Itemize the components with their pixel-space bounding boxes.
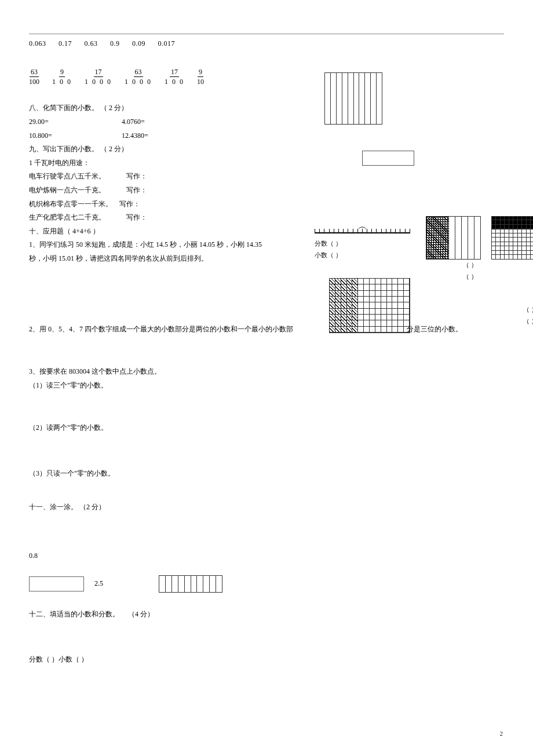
q10-p3-1: （1）读三个"零"的小数。 — [29, 379, 504, 392]
empty-box-2 — [29, 576, 84, 591]
fraction: 63100 — [29, 68, 39, 86]
q8-cell: 29.00= — [29, 116, 122, 129]
column-grid-10 — [159, 575, 222, 593]
document-content: 0.063 0.17 0.63 0.9 0.09 0.017 63100 91 … — [29, 38, 504, 666]
q9-title: 九、写出下面的小数。 — [29, 145, 98, 153]
q8-row: 29.00= 4.0760= — [29, 116, 504, 129]
q12-labels: 分数（ ）小数（ ） — [29, 653, 504, 666]
q12-title-line: 十二、填适当的小数和分数。 （4 分） — [29, 608, 504, 621]
q10-p3-3: （3）只读一个"零"的小数。 — [29, 468, 504, 480]
page-number: 2 — [500, 728, 503, 740]
grid-figure-1 — [324, 72, 382, 125]
decimal-value: 0.63 — [85, 39, 98, 48]
q11-v2: 2.5 — [94, 579, 103, 587]
q8-cell: 10.800= — [29, 130, 122, 143]
q10-p2: 2、用 0、5、4、7 四个数字组成一个最大的小数部分是两位的小数和一个最小的小… — [29, 323, 504, 336]
q9-title-line: 九、写出下面的小数。 （ 2 分） — [29, 143, 504, 156]
fraction: 91 0 0 — [52, 68, 72, 86]
paren-label: （ ） — [426, 260, 481, 271]
paren-label: （ ） — [491, 316, 533, 327]
decimal-value: 0.17 — [59, 39, 72, 48]
q10-p3-head: 3、按要求在 803004 这个数中点上小数点。 — [29, 366, 504, 378]
ruler-fraction-label: 分数（ ） — [315, 238, 410, 250]
q9-item: 机织棉布零点零一一千米。 写作： — [29, 198, 504, 211]
fraction-list: 63100 91 0 0 171 0 0 0 631 0 0 0 171 0 0… — [29, 68, 504, 86]
brace-icon: ︵ — [315, 224, 410, 229]
q12-title: 十二、填适当的小数和分数。 — [29, 610, 119, 618]
hatch-figure-a: （ ） （ ） — [426, 216, 481, 283]
fraction: 910 — [197, 68, 204, 86]
paren-label: （ ） — [491, 304, 533, 316]
q10-p1: 1、同学们练习 50 米短跑，成绩是：小红 14.5 秒，小丽 14.05 秒，… — [29, 239, 298, 251]
empty-box — [362, 151, 414, 166]
q11-title-line: 十一、涂一涂。 （2 分） — [29, 501, 504, 514]
q9-points: （ 2 分） — [100, 145, 128, 153]
hatch-figure-b: /*grid lines via borders below*/ （ ） （ ） — [491, 216, 533, 327]
fraction: 171 0 0 — [165, 68, 184, 86]
ruler-figure: ︵ 分数（ ） 小数（ ） — [315, 224, 410, 261]
q8-title: 八、化简下面的小数。 — [29, 104, 98, 112]
fraction: 631 0 0 0 — [125, 68, 152, 86]
q9-item: 电炉炼钢一点六一千克。 写作： — [29, 184, 504, 197]
q11-v1: 0.8 — [29, 550, 504, 563]
decimal-list: 0.063 0.17 0.63 0.9 0.09 0.017 — [29, 38, 504, 50]
q8-points: （ 2 分） — [100, 104, 128, 112]
decimal-value: 0.09 — [132, 39, 145, 48]
horizontal-rule-top — [29, 34, 504, 34]
fraction: 171 0 0 0 — [85, 68, 112, 86]
ruler-decimal-label: 小数（ ） — [315, 250, 410, 261]
q10-p3-2: （2）读两个"零"的小数。 — [29, 422, 504, 434]
q12-points: （4 分） — [128, 610, 154, 618]
decimal-value: 0.063 — [29, 39, 46, 48]
large-hatch-grid — [329, 278, 410, 333]
q11-title: 十一、涂一涂。 — [29, 503, 78, 511]
q11-row2: 2.5 — [29, 575, 504, 593]
q8-row: 10.800= 12.4380= — [29, 130, 504, 143]
q11-points: （2 分） — [79, 503, 105, 511]
q8-cell: 4.0760= — [122, 116, 145, 129]
q9-lead: 1 千瓦时电的用途： — [29, 157, 504, 170]
decimal-value: 0.9 — [110, 39, 120, 48]
decimal-value: 0.017 — [158, 39, 176, 48]
q9-item: 电车行驶零点八五千米。 写作： — [29, 170, 504, 183]
q8-cell: 12.4380= — [122, 130, 148, 143]
paren-label: （ ） — [426, 271, 481, 283]
q8-title-line: 八、化简下面的小数。 （ 2 分） — [29, 102, 504, 115]
